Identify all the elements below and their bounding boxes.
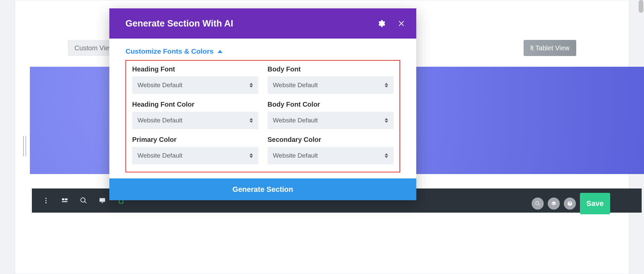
field-label: Heading Font Color <box>132 101 258 108</box>
save-button[interactable]: Save <box>580 193 610 214</box>
customize-fonts-colors-toggle[interactable]: Customize Fonts & Colors <box>125 47 400 55</box>
field-secondary-color: Secondary Color Website Default <box>268 136 394 164</box>
modal-body: Customize Fonts & Colors Heading Font We… <box>109 39 416 178</box>
field-primary-color: Primary Color Website Default <box>132 136 258 164</box>
menu-kebab-icon[interactable] <box>37 191 55 210</box>
svg-point-1 <box>45 200 47 201</box>
zoom-icon[interactable] <box>74 191 93 210</box>
modal-header: Generate Section With AI <box>109 8 416 39</box>
sort-icon <box>385 118 388 123</box>
toolbar-right-group: Save <box>532 193 610 214</box>
save-label: Save <box>586 199 603 208</box>
submit-label: Generate Section <box>232 185 293 194</box>
field-label: Primary Color <box>132 136 258 144</box>
gear-icon[interactable] <box>377 19 385 28</box>
sort-icon <box>250 153 253 158</box>
desktop-icon[interactable] <box>93 191 112 210</box>
help-icon[interactable] <box>564 198 576 210</box>
select-value: Website Default <box>273 117 318 124</box>
heading-font-color-select[interactable]: Website Default <box>132 112 258 129</box>
svg-rect-4 <box>65 199 67 201</box>
toggle-label: Customize Fonts & Colors <box>125 47 214 55</box>
primary-color-select[interactable]: Website Default <box>132 147 258 164</box>
chevron-up-icon <box>218 50 222 53</box>
field-label: Body Font Color <box>268 101 394 108</box>
sort-icon <box>250 118 253 123</box>
page-scrollbar[interactable] <box>639 0 643 13</box>
fonts-colors-panel: Heading Font Website Default Body Font W… <box>125 60 400 172</box>
tab-label: Custom View <box>74 44 114 52</box>
close-icon[interactable] <box>397 19 406 28</box>
svg-point-0 <box>45 198 47 199</box>
modal-title: Generate Section With AI <box>125 18 377 29</box>
field-heading-font: Heading Font Website Default <box>132 65 258 94</box>
svg-rect-5 <box>62 201 68 202</box>
select-value: Website Default <box>273 152 318 159</box>
generate-section-modal: Generate Section With AI Customize Fonts… <box>109 8 416 200</box>
body-font-select[interactable]: Website Default <box>268 76 394 94</box>
search-icon[interactable] <box>532 198 544 210</box>
svg-rect-3 <box>62 199 64 201</box>
body-font-color-select[interactable]: Website Default <box>268 112 394 129</box>
select-value: Website Default <box>138 81 182 89</box>
heading-font-select[interactable]: Website Default <box>132 76 258 94</box>
field-body-font: Body Font Website Default <box>268 65 394 94</box>
tab-tablet-view[interactable]: lt Tablet View <box>524 40 576 56</box>
sort-icon <box>385 153 388 158</box>
wireframe-icon[interactable] <box>55 191 74 210</box>
tab-label: lt Tablet View <box>530 44 570 52</box>
select-value: Website Default <box>273 81 318 89</box>
generate-section-button[interactable]: Generate Section <box>109 178 416 200</box>
secondary-color-select[interactable]: Website Default <box>268 147 394 164</box>
field-heading-font-color: Heading Font Color Website Default <box>132 101 258 129</box>
sort-icon <box>385 83 388 88</box>
resize-handle-left[interactable] <box>23 136 26 156</box>
svg-point-2 <box>45 202 47 204</box>
select-value: Website Default <box>138 117 182 124</box>
select-value: Website Default <box>138 152 182 159</box>
sort-icon <box>250 83 253 88</box>
field-label: Secondary Color <box>268 136 394 144</box>
field-label: Body Font <box>268 65 394 73</box>
field-body-font-color: Body Font Color Website Default <box>268 101 394 129</box>
layers-icon[interactable] <box>548 198 560 210</box>
field-label: Heading Font <box>132 65 258 73</box>
